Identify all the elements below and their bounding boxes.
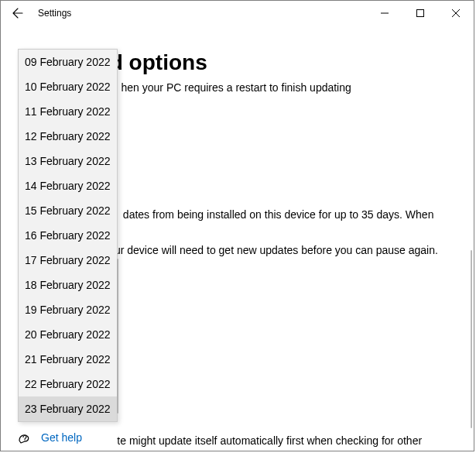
auto-update-text: Your Windows Update might update itself … (19, 433, 449, 448)
dropdown-item[interactable]: 16 February 2022 (19, 223, 117, 248)
help-row: Get help (18, 431, 82, 444)
dropdown-item[interactable]: 15 February 2022 (19, 198, 117, 223)
dropdown-item[interactable]: 10 February 2022 (19, 74, 117, 99)
get-help-link[interactable]: Get help (41, 431, 82, 444)
dropdown-item[interactable]: 22 February 2022 (19, 372, 117, 396)
dropdown-item[interactable]: 09 February 2022 (19, 50, 117, 74)
settings-window: Settings Advanced options Show a notific… (0, 0, 474, 451)
dropdown-item[interactable]: 14 February 2022 (19, 173, 117, 198)
dropdown-item[interactable]: 19 February 2022 (19, 297, 117, 322)
titlebar: Settings (1, 1, 474, 26)
close-icon (452, 9, 460, 17)
maximize-button[interactable] (402, 1, 438, 26)
window-controls (367, 1, 474, 26)
dropdown-item[interactable]: 23 February 2022 (19, 396, 117, 421)
dropdown-item[interactable]: 12 February 2022 (19, 124, 117, 149)
close-button[interactable] (438, 1, 474, 26)
window-title: Settings (38, 8, 71, 19)
minimize-icon (381, 9, 389, 17)
dropdown-item[interactable]: 11 February 2022 (19, 99, 117, 124)
dropdown-item[interactable]: 20 February 2022 (19, 322, 117, 347)
dropdown-item[interactable]: 17 February 2022 (19, 248, 117, 273)
svg-point-1 (24, 440, 25, 441)
dropdown-scrollbar[interactable] (117, 259, 118, 414)
svg-rect-0 (417, 10, 424, 17)
dropdown-item[interactable]: 13 February 2022 (19, 149, 117, 173)
help-icon (18, 431, 32, 444)
minimize-button[interactable] (367, 1, 402, 26)
pause-until-dropdown[interactable]: 09 February 202210 February 202211 Febru… (18, 49, 118, 422)
dropdown-item[interactable]: 21 February 2022 (19, 347, 117, 372)
maximize-icon (416, 9, 424, 17)
back-arrow-icon (12, 7, 24, 19)
dropdown-item[interactable]: 18 February 2022 (19, 273, 117, 297)
page-scrollbar[interactable] (471, 250, 472, 428)
back-button[interactable] (1, 1, 35, 26)
